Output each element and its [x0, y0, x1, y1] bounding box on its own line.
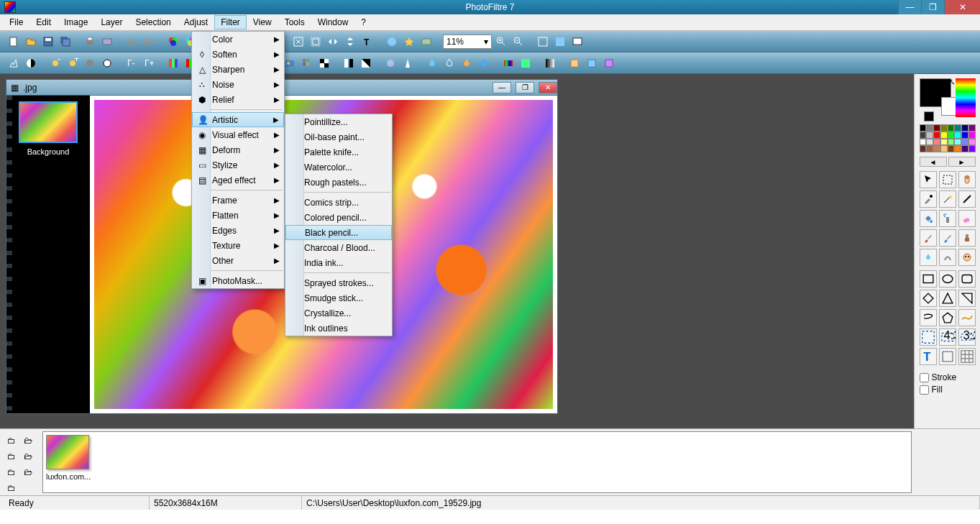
minimize-button[interactable]: —	[898, 0, 921, 14]
exp-tool-4[interactable]: 🗁	[21, 449, 35, 464]
hue-icon[interactable]	[500, 55, 516, 71]
doc-maximize-button[interactable]: ❐	[516, 82, 534, 93]
palette-color[interactable]	[926, 139, 933, 146]
artistic-comicsstrip[interactable]: Comics strip...	[285, 195, 392, 210]
mirror-h-icon[interactable]	[325, 34, 341, 50]
effect3-icon[interactable]	[418, 34, 434, 50]
artistic-coloredpencil[interactable]: Colored pencil...	[285, 210, 392, 225]
filter-menu-edges[interactable]: Edges▶	[192, 223, 284, 238]
rgb-icon[interactable]	[165, 34, 181, 50]
actual-icon[interactable]	[552, 34, 568, 50]
shape-grid[interactable]	[958, 348, 976, 365]
tool-pointer[interactable]	[920, 171, 937, 188]
tool-stamp[interactable]	[958, 229, 976, 247]
palette-color[interactable]	[948, 145, 955, 152]
artistic-smudgestick[interactable]: Smudge stick...	[285, 290, 392, 305]
shape-ellipse[interactable]	[939, 270, 956, 288]
palette-color[interactable]	[920, 139, 927, 146]
palette-color[interactable]	[948, 139, 955, 146]
saveall-icon[interactable]	[58, 34, 73, 50]
open-icon[interactable]	[23, 34, 39, 50]
palette-color[interactable]	[940, 139, 948, 146]
tool-selection[interactable]	[939, 171, 956, 188]
blur-icon[interactable]	[424, 55, 440, 71]
artistic-sprayedstrokes[interactable]: Sprayed strokes...	[285, 275, 392, 290]
filter-menu-frame[interactable]: Frame▶	[192, 193, 284, 208]
filter-menu-soften[interactable]: ◊Soften▶	[192, 47, 284, 62]
palette-color[interactable]	[926, 132, 933, 139]
effect1-icon[interactable]	[384, 34, 400, 50]
menu-edit[interactable]: Edit	[29, 15, 58, 29]
auto-contrast-icon[interactable]	[23, 55, 39, 71]
palette-color[interactable]	[948, 124, 955, 132]
shape-marquee2[interactable]: 4:3	[939, 328, 956, 346]
sat-minus-icon[interactable]	[165, 55, 181, 71]
palette-color[interactable]	[933, 145, 940, 152]
menu-filter[interactable]: Filter	[214, 15, 247, 29]
artistic-roughpastels[interactable]: Rough pastels...	[285, 175, 392, 190]
palette-color[interactable]	[968, 145, 976, 152]
palette-color[interactable]	[933, 124, 940, 132]
exp-tool-7[interactable]: 🗀	[4, 481, 19, 495]
menu-file[interactable]: File	[3, 15, 29, 29]
palette-color[interactable]	[954, 145, 961, 152]
shape-marquee1[interactable]	[920, 328, 937, 346]
menu-adjust[interactable]: Adjust	[178, 15, 214, 29]
undo-icon[interactable]	[124, 34, 139, 50]
palette-color[interactable]	[940, 124, 948, 132]
effect2-icon[interactable]	[401, 34, 417, 50]
tool-hand[interactable]	[958, 171, 976, 188]
noise-add-icon[interactable]	[459, 55, 475, 71]
palette-color[interactable]	[926, 145, 933, 152]
gamma-plus-icon[interactable]: Γ+	[141, 55, 157, 71]
palette-color[interactable]	[961, 124, 968, 132]
filter-menu-texture[interactable]: Texture▶	[192, 238, 284, 253]
save-icon[interactable]	[40, 34, 56, 50]
zoom-in-icon[interactable]	[493, 34, 509, 50]
filter-menu-color[interactable]: Color▶	[192, 32, 284, 47]
color-gradient-strip[interactable]	[956, 78, 976, 117]
tool-eraser[interactable]	[958, 210, 976, 227]
menu-selection[interactable]: Selection	[129, 15, 177, 29]
contrast-minus-icon[interactable]	[82, 55, 98, 71]
menu-window[interactable]: Window	[311, 15, 355, 29]
maximize-button[interactable]: ❐	[921, 0, 944, 14]
tool-blur[interactable]	[920, 249, 937, 266]
palette-color[interactable]	[920, 124, 927, 132]
tool-fill[interactable]	[920, 210, 937, 227]
sharpen-icon[interactable]	[400, 55, 416, 71]
filter-menu-other[interactable]: Other▶	[192, 253, 284, 268]
menu-tools[interactable]: Tools	[278, 15, 311, 29]
noise-reduce-icon[interactable]	[476, 55, 492, 71]
shape-lasso[interactable]	[920, 309, 937, 326]
palette-color[interactable]	[920, 132, 927, 139]
tool-clone[interactable]	[958, 249, 976, 266]
soften-icon[interactable]	[383, 55, 398, 71]
palette-color[interactable]	[954, 132, 961, 139]
filter-menu-relief[interactable]: ⬢Relief▶	[192, 92, 284, 107]
artistic-crystallize[interactable]: Crystallize...	[285, 305, 392, 321]
tool-brush[interactable]	[920, 229, 937, 247]
artistic-inkoutlines[interactable]: Ink outlines	[285, 321, 392, 336]
resize-icon[interactable]	[290, 34, 306, 50]
redo-icon[interactable]	[141, 34, 157, 50]
menu-help[interactable]: ?	[354, 15, 372, 29]
palette-color[interactable]	[926, 124, 933, 132]
palette-color[interactable]	[961, 145, 968, 152]
mosaic-icon[interactable]	[299, 55, 315, 71]
auto-levels-icon[interactable]	[6, 55, 22, 71]
invert-icon[interactable]	[358, 55, 374, 71]
relief-icon[interactable]	[441, 55, 457, 71]
palette-prev-button[interactable]: ◄	[920, 157, 947, 167]
explorer-thumbnail[interactable]	[46, 435, 89, 469]
shape-diamond[interactable]	[920, 290, 937, 307]
new-icon[interactable]	[6, 34, 22, 50]
palette-color[interactable]	[954, 139, 961, 146]
zoom-out-icon[interactable]	[510, 34, 526, 50]
fit-icon[interactable]	[535, 34, 551, 50]
exp-tool-1[interactable]: 🗀	[4, 433, 19, 448]
palette-color[interactable]	[940, 145, 948, 152]
artistic-watercolor[interactable]: Watercolor...	[285, 160, 392, 175]
print-icon[interactable]	[82, 34, 98, 50]
artistic-charcoalblood[interactable]: Charcoal / Blood...	[285, 240, 392, 255]
